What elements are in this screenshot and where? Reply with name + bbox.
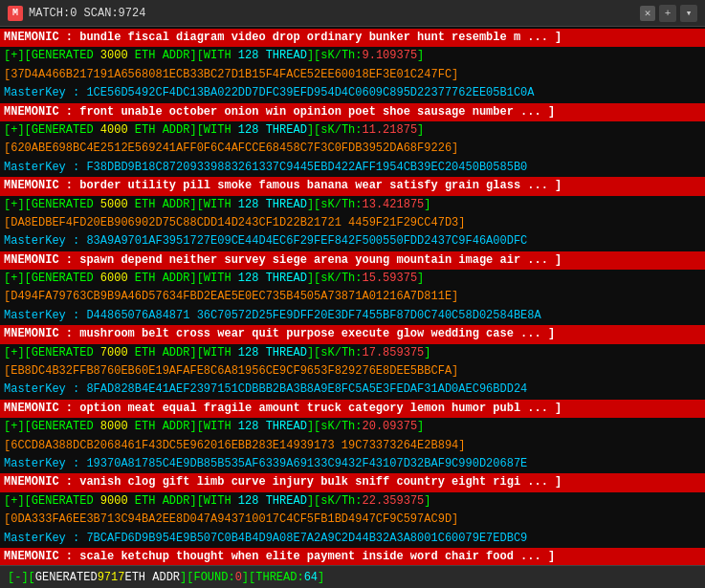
line-5: [+][GENERATED 4000 ETH ADDR][WITH 128 TH…	[0, 121, 705, 140]
close-button[interactable]: ✕	[640, 6, 655, 21]
line-17: [+][GENERATED 7000 ETH ADDR][WITH 128 TH…	[0, 344, 705, 362]
plus-button[interactable]: +	[659, 5, 676, 22]
line-27: MasterKey : 7BCAFD6D9B954E9B507C0B4B4D9A…	[0, 530, 705, 548]
status-eth-label: ETH ADDR	[124, 571, 180, 584]
line-24: MNEMONIC : vanish clog gift limb curve i…	[0, 473, 705, 491]
status-found-label: ][FOUND:	[180, 571, 235, 584]
line-0: MNEMONIC : bundle fiscal diagram video d…	[0, 29, 705, 47]
line-3: MasterKey : 1CE56D5492CF4DC13BA022DD7DFC…	[0, 84, 705, 102]
line-9: [+][GENERATED 5000 ETH ADDR][WITH 128 TH…	[0, 196, 705, 214]
line-1: [+][GENERATED 3000 ETH ADDR][WITH 128 TH…	[0, 47, 705, 65]
status-found-value: 0	[235, 571, 242, 584]
line-19: MasterKey : 8FAD828B4E41AEF2397151CDBBB2…	[0, 381, 705, 399]
line-13: [+][GENERATED 6000 ETH ADDR][WITH 128 TH…	[0, 270, 705, 288]
line-4: MNEMONIC : front unable october onion wi…	[0, 103, 705, 121]
line-14: [D494FA79763CB9B9A46D57634FBD2EAE5E0EC73…	[0, 288, 705, 306]
status-prefix: [-][	[8, 571, 35, 584]
status-generated-label: GENERATED	[35, 571, 98, 584]
line-28: MNEMONIC : scale ketchup thought when el…	[0, 548, 705, 565]
status-bar: [-][ GENERATED 9717 ETH ADDR ][FOUND:0][…	[0, 565, 705, 588]
title-text: MATCH:0 SCAN:9724	[29, 7, 636, 20]
title-bar: M MATCH:0 SCAN:9724 ✕ + ▾	[0, 0, 705, 27]
line-20: MNEMONIC : option meat equal fragile amo…	[0, 400, 705, 418]
line-18: [EB8DC4B32FFB8760EB60E19AFAFE8C6A81956CE…	[0, 362, 705, 381]
line-10: [DA8EDBEF4FD20EB906902D75C88CDD14D243CF1…	[0, 214, 705, 232]
status-suffix: ]	[318, 571, 324, 584]
status-thread-value: 64	[304, 571, 318, 584]
line-2: [37D4A466B217191A6568081ECB33BC27D1B15F4…	[0, 66, 705, 84]
line-23: MasterKey : 19370A81785C4E9DB85B535AF633…	[0, 455, 705, 473]
line-7: MasterKey : F38DBD9B18C87209339883261337…	[0, 159, 705, 177]
status-thread-label: ][THREAD:	[242, 571, 304, 584]
line-25: [+][GENERATED 9000 ETH ADDR][WITH 128 TH…	[0, 492, 705, 511]
line-8: MNEMONIC : border utility pill smoke fam…	[0, 177, 705, 195]
status-generated-value: 9717	[98, 571, 125, 584]
app-icon: M	[8, 6, 23, 21]
line-6: [620ABE698BC4E2512E569241AFF0F6C4AFCCE68…	[0, 140, 705, 158]
line-21: [+][GENERATED 8000 ETH ADDR][WITH 128 TH…	[0, 418, 705, 436]
chevron-button[interactable]: ▾	[680, 5, 697, 22]
line-16: MNEMONIC : mushroom belt cross wear quit…	[0, 325, 705, 343]
line-22: [6CCD8A388DCB2068461F43DC5E962016EBB283E…	[0, 437, 705, 455]
line-15: MasterKey : D44865076A84871 36C70572D25F…	[0, 307, 705, 325]
line-11: MasterKey : 83A9A9701AF3951727E09CE44D4E…	[0, 232, 705, 250]
line-26: [0DA333FA6EE3B713C94BA2EE8D047A943710017…	[0, 511, 705, 529]
line-12: MNEMONIC : spawn depend neither survey s…	[0, 251, 705, 270]
content-area: MNEMONIC : bundle fiscal diagram video d…	[0, 27, 705, 565]
